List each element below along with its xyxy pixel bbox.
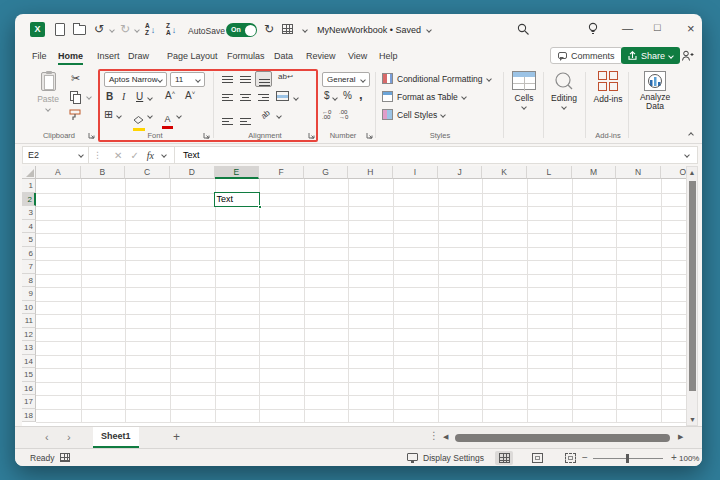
column-header-G[interactable]: G [304, 166, 349, 179]
hscroll-left-icon[interactable]: ◀ [443, 433, 448, 441]
menu-tab-file[interactable]: File [32, 49, 47, 63]
menu-tab-help[interactable]: Help [379, 49, 398, 63]
worksheet-grid[interactable]: ABCDEFGHIJKLMNO 123456789101112131415161… [22, 166, 686, 426]
increase-font-icon[interactable]: A˄ [165, 90, 175, 101]
column-header-E[interactable]: E [215, 166, 260, 179]
hscroll-right-icon[interactable]: ▶ [678, 433, 683, 441]
person-icon[interactable] [681, 50, 694, 62]
row-header-18[interactable]: 18 [22, 409, 36, 423]
menu-tab-formulas[interactable]: Formulas [227, 49, 265, 63]
orientation-dropdown-icon[interactable] [276, 113, 282, 119]
zoom-slider-handle[interactable] [626, 454, 629, 463]
menu-tab-page-layout[interactable]: Page Layout [167, 49, 218, 63]
cells-button[interactable]: Cells [507, 71, 541, 109]
display-settings-label[interactable]: Display Settings [423, 453, 484, 463]
align-right-icon[interactable] [258, 93, 269, 101]
menu-tab-review[interactable]: Review [306, 49, 336, 63]
font-color-dropdown-icon[interactable] [176, 113, 182, 119]
title-dropdown-icon[interactable] [426, 27, 432, 33]
percent-icon[interactable]: % [343, 90, 352, 101]
addins-button[interactable]: Add-ins [590, 71, 626, 104]
copy-dropdown-icon[interactable] [86, 94, 92, 100]
analyze-data-button[interactable]: AnalyzeData [633, 71, 677, 111]
number-format-combo[interactable]: General [322, 72, 370, 87]
column-header-F[interactable]: F [259, 166, 304, 179]
page-layout-view-icon[interactable] [528, 451, 546, 465]
bold-button[interactable]: B [106, 91, 113, 102]
row-header-5[interactable]: 5 [22, 233, 36, 247]
cut-icon[interactable]: ✂ [71, 72, 80, 85]
font-name-combo[interactable]: Aptos Narrow [104, 72, 167, 87]
prev-sheet-icon[interactable]: ‹ [45, 431, 49, 443]
redo-dropdown-icon[interactable] [134, 27, 140, 33]
row-header-9[interactable]: 9 [22, 287, 36, 301]
column-header-O[interactable]: O [661, 166, 686, 179]
row-header-4[interactable]: 4 [22, 220, 36, 234]
column-header-K[interactable]: K [482, 166, 527, 179]
column-header-M[interactable]: M [572, 166, 617, 179]
paste-button[interactable]: Paste [30, 72, 66, 111]
column-header-L[interactable]: L [527, 166, 572, 179]
autosave-toggle[interactable]: On [226, 23, 257, 37]
refresh-icon[interactable]: ↻ [264, 21, 274, 37]
format-painter-icon[interactable] [69, 109, 82, 122]
number-dialog-launcher[interactable] [366, 132, 373, 139]
row-header-11[interactable]: 11 [22, 314, 36, 328]
align-bottom-icon[interactable] [255, 71, 272, 87]
search-icon[interactable] [517, 23, 530, 36]
collapse-ribbon-icon[interactable] [688, 132, 694, 138]
maximize-button[interactable]: □ [654, 21, 661, 33]
redo-icon[interactable]: ↻ [120, 21, 130, 37]
row-header-14[interactable]: 14 [22, 355, 36, 369]
normal-view-icon[interactable] [495, 451, 513, 465]
formula-value[interactable]: Text [175, 150, 200, 160]
new-file-icon[interactable] [55, 23, 65, 36]
row-header-13[interactable]: 13 [22, 341, 36, 355]
display-settings-icon[interactable] [407, 453, 418, 461]
increase-decimal-icon[interactable]: ←0.00 [322, 110, 331, 120]
comma-style-icon[interactable]: , [359, 87, 363, 102]
menu-tab-home[interactable]: Home [58, 49, 83, 65]
row-header-8[interactable]: 8 [22, 274, 36, 288]
minimize-button[interactable]: — [622, 22, 633, 34]
cell-styles-button[interactable]: Cell Styles [382, 109, 445, 120]
column-header-N[interactable]: N [616, 166, 661, 179]
column-header-C[interactable]: C [125, 166, 170, 179]
decrease-indent-icon[interactable] [222, 111, 233, 129]
undo-icon[interactable]: ↺ [94, 21, 104, 37]
expand-formula-bar-icon[interactable] [684, 152, 690, 158]
comments-button[interactable]: Comments [550, 47, 623, 64]
vertical-scroll-thumb[interactable] [689, 181, 696, 391]
column-header-D[interactable]: D [170, 166, 215, 179]
menu-tab-view[interactable]: View [348, 49, 367, 63]
increase-indent-icon[interactable] [240, 111, 251, 129]
underline-dropdown-icon[interactable] [147, 95, 153, 101]
workbook-stats-icon[interactable] [282, 24, 293, 34]
fill-color-dropdown-icon[interactable] [147, 113, 153, 119]
sheet-tab[interactable]: Sheet1 [93, 427, 139, 448]
align-top-icon[interactable] [222, 75, 233, 83]
excel-app-icon[interactable]: X [30, 22, 45, 37]
italic-button[interactable]: I [122, 91, 125, 102]
format-as-table-button[interactable]: Format as Table [382, 91, 466, 102]
row-header-15[interactable]: 15 [22, 368, 36, 382]
fill-handle[interactable] [258, 205, 262, 209]
alignment-dialog-launcher[interactable] [308, 132, 315, 139]
zoom-percent[interactable]: 100% [679, 454, 699, 463]
font-color-icon[interactable]: A [162, 108, 173, 129]
cancel-icon[interactable]: ✕ [114, 150, 122, 161]
row-header-1[interactable]: 1 [22, 179, 36, 193]
column-header-H[interactable]: H [348, 166, 393, 179]
currency-dropdown-icon[interactable] [332, 95, 338, 101]
page-break-view-icon[interactable] [561, 451, 579, 465]
font-dialog-launcher[interactable] [203, 132, 210, 139]
row-header-2[interactable]: 2 [22, 193, 36, 207]
row-header-6[interactable]: 6 [22, 247, 36, 261]
merge-center-icon[interactable] [276, 91, 289, 101]
column-header-I[interactable]: I [393, 166, 438, 179]
hscroll-handle-icon[interactable]: ⋮ [429, 430, 439, 441]
selected-cell[interactable]: Text [214, 192, 261, 208]
menu-tab-draw[interactable]: Draw [128, 49, 149, 63]
scroll-down-icon[interactable]: ▼ [689, 416, 696, 423]
column-header-A[interactable]: A [36, 166, 81, 179]
